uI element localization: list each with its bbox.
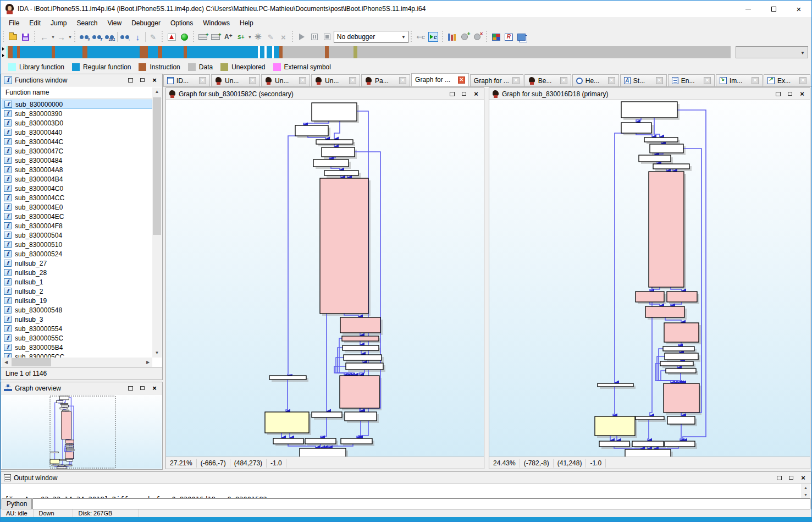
back-history-dropdown[interactable]: ▼ (51, 35, 55, 39)
basic-block-node[interactable] (645, 306, 684, 317)
search-next-button[interactable]: → (119, 31, 131, 43)
function-row[interactable]: fsub_8300004C0 (2, 184, 152, 193)
basic-block-node[interactable] (343, 345, 379, 350)
basic-block-node[interactable] (316, 140, 353, 144)
menu-debugger[interactable]: Debugger (126, 18, 165, 29)
band-segment[interactable] (158, 46, 162, 58)
tab-close-icon[interactable]: ✕ (249, 77, 256, 84)
band-segment[interactable] (162, 46, 184, 58)
function-row[interactable]: fsub_83000055C (2, 333, 152, 343)
output-scrollbar[interactable]: ▲ ▼ (801, 484, 810, 499)
maximize-panel-button[interactable] (127, 385, 134, 392)
basic-block-node[interactable] (342, 336, 379, 341)
function-row[interactable]: fsub_830000524 (2, 249, 152, 259)
make-array-button[interactable]: ✳ (252, 31, 264, 43)
band-segment[interactable] (13, 46, 17, 58)
open-file-button[interactable] (7, 31, 19, 43)
menu-edit[interactable]: Edit (24, 18, 46, 29)
tab-close-icon[interactable]: ✕ (299, 77, 306, 84)
basic-block-node[interactable] (625, 449, 671, 457)
toolbar-grip[interactable] (410, 31, 413, 42)
float-panel-button[interactable] (139, 385, 146, 392)
maximize-panel-button[interactable] (449, 91, 455, 97)
basic-block-node[interactable] (636, 416, 664, 420)
flow-graph-primary[interactable] (489, 100, 810, 457)
scroll-left-icon[interactable]: ◀ (2, 358, 10, 367)
band-segment[interactable] (325, 46, 329, 58)
graph-secondary-canvas[interactable] (166, 100, 484, 457)
debugger-stop-button[interactable] (321, 31, 334, 43)
tab-en[interactable]: En...✕ (668, 74, 715, 86)
graph-overview-canvas[interactable] (2, 395, 162, 469)
function-row[interactable]: fnullsub_3 (2, 315, 152, 324)
forward-history-dropdown[interactable]: ▼ (68, 35, 72, 39)
basic-block-node[interactable] (598, 383, 633, 387)
basic-block-node[interactable] (265, 412, 309, 433)
basic-block-node[interactable] (665, 441, 695, 447)
basic-block-node[interactable] (324, 171, 358, 175)
toolbar-grip[interactable] (34, 31, 36, 42)
basic-block-node[interactable] (653, 164, 689, 169)
python-interpreter-button[interactable]: Python (2, 498, 32, 509)
band-segment[interactable] (357, 46, 731, 58)
band-segment[interactable] (55, 46, 82, 58)
output-log[interactable]: [Tue Apr 03 22:14:34 2018] Diff graph fo… (2, 484, 801, 499)
basic-block-node[interactable] (650, 144, 683, 153)
function-row[interactable]: fnullsub_27 (2, 259, 152, 268)
basic-block-node[interactable] (313, 160, 349, 167)
functions-horizontal-scrollbar[interactable]: ◀ ▶ (2, 358, 152, 367)
open-debug-windows-button[interactable] (446, 31, 459, 43)
band-segment[interactable] (20, 46, 52, 58)
basic-block-node[interactable] (664, 383, 699, 413)
maximize-panel-button[interactable] (776, 475, 782, 481)
function-row[interactable]: fnullsub_2 (2, 287, 152, 296)
add-breakpoint-button[interactable]: + (459, 31, 471, 43)
function-row[interactable]: fsub_8300004B4 (2, 174, 152, 184)
basic-block-node[interactable] (340, 317, 380, 333)
function-row[interactable]: fsub_8300005B4 (2, 343, 152, 352)
toolbar-grip[interactable] (441, 31, 444, 42)
basic-block-node[interactable] (340, 376, 379, 408)
basic-block-node[interactable] (599, 441, 629, 447)
basic-block-node[interactable] (649, 172, 684, 287)
function-row[interactable]: fsub_8300003D0 (2, 118, 152, 128)
function-row[interactable]: fnullsub_1 (2, 277, 152, 287)
toolbar-grip[interactable] (74, 31, 76, 42)
maximize-button[interactable] (761, 1, 786, 17)
tab-graphfor[interactable]: Graph for ...✕ (470, 74, 523, 86)
basic-block-node[interactable] (636, 292, 664, 302)
toolbar-grip[interactable] (2, 31, 5, 42)
scrollbar-thumb[interactable] (153, 97, 161, 235)
make-string-button[interactable]: s+ (235, 31, 247, 43)
function-row[interactable]: fnullsub_28 (2, 268, 152, 277)
function-row[interactable]: fsub_8300004EC (2, 212, 152, 221)
function-row[interactable]: fsub_83000044C (2, 137, 152, 146)
float-panel-button[interactable] (788, 475, 794, 481)
band-segment[interactable] (82, 46, 87, 58)
jump-address-button[interactable]: ↓ (131, 31, 144, 43)
basic-block-node[interactable] (300, 448, 346, 457)
tab-close-icon[interactable]: ✕ (349, 77, 356, 84)
debugger-start-button[interactable] (296, 31, 308, 43)
tab-st[interactable]: ASt...✕ (620, 74, 667, 86)
tab-ex[interactable]: Ex...✕ (764, 74, 810, 86)
run-analysis-button[interactable] (178, 31, 191, 43)
basic-block-node[interactable] (341, 438, 372, 444)
function-row[interactable]: fsub_830000484 (2, 156, 152, 165)
close-panel-button[interactable]: × (151, 77, 158, 84)
scroll-up-icon[interactable]: ▲ (801, 484, 810, 491)
toolbar-grip[interactable] (291, 31, 294, 42)
calculator-button[interactable] (490, 31, 502, 43)
close-panel-button[interactable]: × (800, 475, 807, 481)
function-row[interactable]: fsub_830000510 (2, 240, 152, 249)
basic-block-node[interactable] (312, 412, 342, 417)
function-row[interactable]: fsub_830000504 (2, 230, 152, 240)
band-segment[interactable] (283, 46, 325, 58)
close-panel-button[interactable]: × (473, 91, 479, 97)
graph-primary-canvas[interactable] (489, 100, 810, 457)
band-segment[interactable] (148, 46, 158, 58)
navigate-back-button[interactable]: ← (38, 31, 51, 43)
basic-block-node[interactable] (666, 369, 696, 373)
float-panel-button[interactable] (787, 91, 793, 97)
problems-button[interactable] (165, 31, 178, 43)
